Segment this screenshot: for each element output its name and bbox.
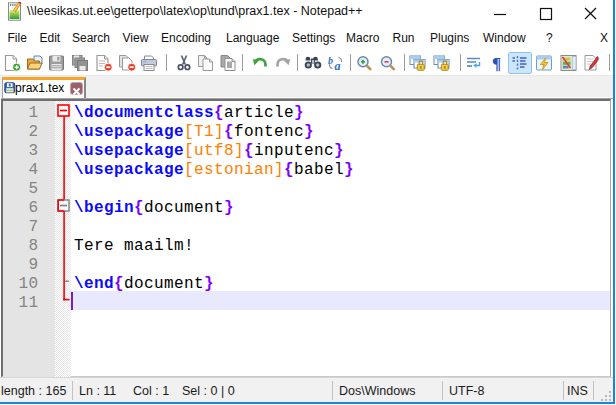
svg-text:¶: ¶: [492, 54, 501, 73]
svg-text:a: a: [335, 59, 341, 73]
svg-text:b: b: [328, 55, 333, 66]
